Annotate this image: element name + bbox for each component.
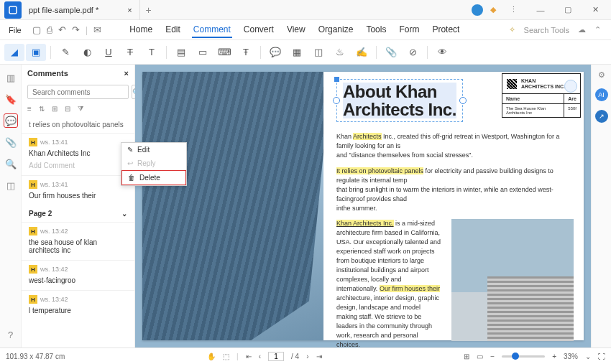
chevron-up-icon[interactable]: ⌃ (594, 25, 601, 34)
comment-bubble-tool[interactable]: 💬 (265, 44, 285, 61)
comment-toolbar: ◢ ▣ ✎ ◐ U T T ▤ ▭ ⌨ Ŧ 💬 ▦ ◫ ♨ ✍ 📎 ⊘ 👁 (0, 40, 611, 65)
eraser-tool[interactable]: ◐ (77, 44, 97, 61)
highlighter-tool[interactable]: ◢ (4, 44, 24, 61)
pencil-tool[interactable]: ✎ (55, 44, 75, 61)
logo-info-box: KHANARCHITECTS INC. Name Are The Sea Hou… (502, 73, 581, 118)
comment-text: the sea house of klan architects inc (22, 237, 134, 257)
tab-organize[interactable]: Organize (317, 22, 355, 38)
tab-edit[interactable]: Edit (164, 22, 182, 38)
tab-protect[interactable]: Protect (431, 22, 461, 38)
search-rail-icon[interactable]: 🔍 (4, 157, 18, 171)
highlight-badge-icon: H (29, 138, 37, 146)
last-page-icon[interactable]: ⇥ (316, 353, 322, 360)
document-viewport[interactable]: About Khan Architects Inc. Khan Architec… (135, 65, 591, 347)
area-highlight-tool[interactable]: ▣ (26, 44, 46, 61)
hide-comments-tool[interactable]: 👁 (432, 44, 452, 61)
save-icon[interactable]: ▢ (32, 24, 41, 35)
comment-item[interactable]: H ws. 13:41 Our firm houses their (22, 175, 134, 205)
diamond-icon[interactable]: ◆ (490, 5, 496, 14)
layers-icon[interactable]: ◫ (4, 178, 18, 192)
attachment-tool[interactable]: 📎 (381, 44, 401, 61)
callout-tool[interactable]: ▭ (193, 44, 213, 61)
sort-asc-icon[interactable]: ⇅ (39, 105, 45, 113)
print-icon[interactable]: ⎙ (47, 24, 52, 35)
shapes-tool[interactable]: ▦ (287, 44, 307, 61)
fit-page-icon[interactable]: ▭ (477, 353, 483, 360)
close-tab-icon[interactable]: × (127, 6, 132, 14)
tab-tools[interactable]: Tools (364, 22, 387, 38)
cloud-icon[interactable]: ☁ (578, 25, 586, 34)
prev-page-icon[interactable]: ‹ (259, 353, 261, 360)
search-tools-input[interactable]: Search Tools (524, 26, 569, 34)
zoom-out-icon[interactable]: − (490, 353, 495, 360)
app-icon[interactable] (4, 1, 22, 19)
reply-icon: ↩ (127, 159, 133, 167)
comment-item[interactable]: H ws. 13:42 the sea house of klan archit… (22, 222, 134, 260)
page-input[interactable] (268, 352, 284, 361)
close-window-button[interactable]: ✕ (585, 5, 605, 14)
note-tool[interactable]: ▤ (171, 44, 191, 61)
comments-title: Comments (27, 69, 68, 78)
help-icon[interactable]: ? (4, 327, 18, 342)
context-delete[interactable]: 🗑 Delete (121, 170, 186, 185)
signature-tool[interactable]: ✍ (352, 44, 372, 61)
comment-item[interactable]: H ws. 13:42 l temperature (22, 290, 134, 320)
sliders-icon[interactable]: ⚙ (598, 70, 605, 80)
comment-item[interactable]: H ws. 13:41 ⋯ Khan Architects Inc Add Co… (22, 133, 134, 175)
redo-icon[interactable]: ↷ (72, 24, 80, 35)
share-button[interactable]: ↗ (595, 110, 608, 123)
comments-rail-icon[interactable]: 💬 (4, 113, 18, 128)
highlight-badge-icon: H (29, 180, 37, 189)
minimize-button[interactable]: — (530, 6, 551, 14)
correction-tool[interactable]: Ŧ (236, 44, 256, 61)
bookmark-icon[interactable]: 🔖 (4, 92, 18, 106)
user-avatar[interactable] (472, 4, 483, 16)
tab-comment[interactable]: Comment (192, 22, 232, 38)
collapse-icon[interactable]: ⊟ (65, 105, 70, 113)
new-tab-button[interactable]: + (140, 4, 157, 16)
underline-tool[interactable]: U (98, 44, 119, 61)
stamp-tool[interactable]: ♨ (330, 44, 350, 61)
tab-home[interactable]: Home (128, 22, 154, 38)
wand-icon[interactable]: ✧ (509, 25, 515, 34)
comment-text: l temperature (22, 305, 134, 317)
more-icon[interactable]: ⋮ (503, 5, 523, 14)
tab-view[interactable]: View (285, 22, 307, 38)
add-comment-input[interactable]: Add Comment (22, 160, 134, 172)
ai-badge-icon[interactable] (564, 80, 577, 93)
filter-icon[interactable]: ⧩ (78, 105, 83, 113)
ai-button[interactable]: AI (595, 88, 608, 101)
strikethrough-tool[interactable]: T (120, 44, 140, 61)
fullscreen-icon[interactable]: ⛶ (598, 353, 605, 360)
maximize-button[interactable]: ▢ (558, 5, 578, 14)
file-menu[interactable]: File (3, 26, 27, 34)
zoom-in-icon[interactable]: + (552, 353, 556, 360)
fit-width-icon[interactable]: ⊞ (464, 353, 469, 360)
close-panel-icon[interactable]: × (124, 69, 129, 78)
selected-title-box[interactable]: About Khan Architects Inc. (336, 79, 463, 122)
attachments-icon[interactable]: 📎 (4, 135, 18, 149)
zoom-slider[interactable] (502, 355, 545, 358)
page-separator[interactable]: Page 2 ⌄ (22, 205, 134, 222)
paragraph: It relies on photovoltaic panels for ele… (336, 167, 574, 213)
search-comments-input[interactable] (27, 85, 129, 99)
zoom-dropdown-icon[interactable]: ⌄ (585, 353, 591, 360)
first-page-icon[interactable]: ⇤ (246, 353, 252, 360)
link-tool[interactable]: ⊘ (403, 44, 423, 61)
measure-tool[interactable]: ◫ (308, 44, 329, 61)
context-edit[interactable]: ✎ Edit (121, 143, 186, 157)
hand-tool-icon[interactable]: ✋ (207, 353, 216, 360)
undo-icon[interactable]: ↶ (58, 24, 66, 35)
thumbnails-icon[interactable]: ▥ (4, 70, 18, 85)
tab-form[interactable]: Form (398, 22, 421, 38)
document-tab[interactable]: ppt file-sample.pdf * × (22, 0, 140, 20)
comment-item[interactable]: H ws. 13:42 west-facingroo (22, 260, 134, 290)
sort-icon[interactable]: ≡ (27, 105, 32, 113)
expand-icon[interactable]: ⊞ (52, 105, 58, 113)
select-tool-icon[interactable]: ⬚ (223, 353, 229, 360)
text-callout-tool[interactable]: ⌨ (214, 44, 234, 61)
tab-convert[interactable]: Convert (242, 22, 275, 38)
next-page-icon[interactable]: › (306, 353, 308, 360)
textbox-tool[interactable]: T (142, 44, 162, 61)
email-icon[interactable]: ✉ (93, 24, 101, 35)
